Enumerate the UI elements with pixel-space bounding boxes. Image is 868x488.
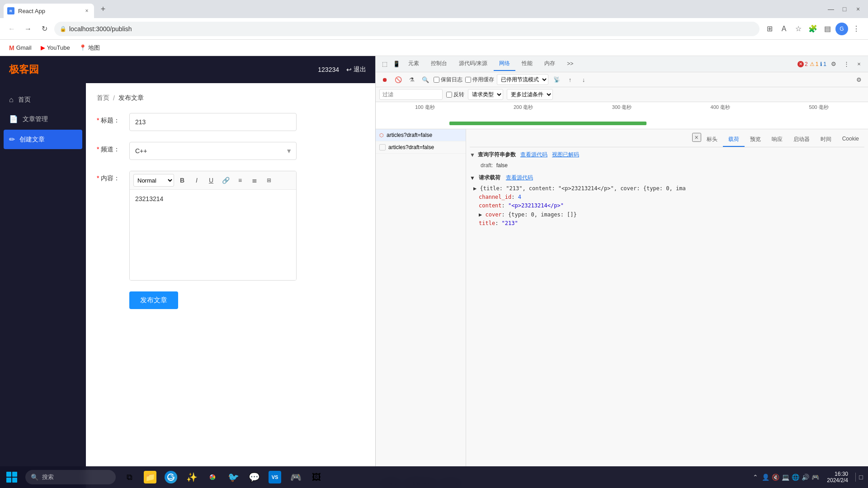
start-button[interactable] [0,466,24,488]
new-tab-button[interactable]: + [96,2,110,16]
maximize-button[interactable]: □ [838,3,851,15]
systray-volume-icon[interactable]: 🔊 [801,473,810,482]
unordered-list-button[interactable]: ≣ [248,174,261,187]
devtools-device-button[interactable]: 📱 [391,59,402,70]
network-item-checkbox-1[interactable] [379,144,386,150]
sidebar-item-home[interactable]: ⌂ 首页 [0,90,86,109]
channel-select[interactable]: C++ JavaScript Python Java Go [129,142,297,160]
publish-button[interactable]: 发布文章 [129,291,178,309]
network-settings-button[interactable]: ⚙ [854,74,864,85]
forward-button[interactable]: → [22,23,34,35]
reload-button[interactable]: ↻ [38,23,51,35]
systray-battery-icon[interactable]: 💻 [781,473,790,482]
back-button[interactable]: ← [5,23,18,35]
underline-button[interactable]: U [205,174,217,187]
minimize-button[interactable]: — [825,3,837,15]
breadcrumb-home[interactable]: 首页 [97,94,109,102]
taskbar-search[interactable]: 🔍 搜索 [25,470,116,484]
taskbar-app-vs[interactable]: VS [265,467,285,487]
taskbar-clock[interactable]: 16:30 2024/2/4 [823,471,852,483]
taskbar-app-photo[interactable]: 🖼 [307,467,326,487]
network-item-1[interactable]: articles?draft=false [376,141,466,154]
translate-button[interactable]: A [778,23,790,35]
address-bar[interactable]: 🔒 localhost:3000/publish [54,22,760,36]
systray-up-arrow[interactable]: ⌃ [751,473,760,482]
detail-tab-headers[interactable]: 标头 [701,133,723,147]
taskbar-app-edge[interactable] [161,467,181,487]
detail-close-button[interactable]: × [692,133,701,142]
bold-button[interactable]: B [176,174,189,187]
devtools-tab-console[interactable]: 控制台 [425,57,453,71]
taskbar-app-lark[interactable]: 🐦 [223,467,243,487]
more-filters-select[interactable]: 更多过滤条件 [507,89,553,100]
payload-cover-toggle[interactable]: ▶ [479,211,482,218]
detail-tab-timing[interactable]: 时间 [815,133,837,147]
disable-cache-checkbox[interactable]: 停用缓存 [465,76,494,84]
style-select[interactable]: Normal Heading 1 Heading 2 [133,174,174,187]
devtools-tab-memory[interactable]: 内存 [539,57,561,71]
systray-user-icon[interactable]: 👤 [761,473,770,482]
offline-button[interactable]: 📡 [551,74,562,85]
systray-game-icon[interactable]: 🎮 [811,473,820,482]
payload-toggle[interactable]: ▼ [470,175,475,181]
systray-mute-icon[interactable]: 🔇 [771,473,780,482]
logout-button[interactable]: ↩ 退出 [346,66,366,74]
devtools-tab-network[interactable]: 网络 [494,57,515,71]
download-button[interactable]: ↓ [578,74,589,85]
clear-button[interactable]: 🚫 [393,74,404,85]
devtools-tab-elements[interactable]: 元素 [403,57,425,71]
sidebar-toggle-button[interactable]: ▤ [821,23,834,35]
taskbar-app-chrome[interactable] [203,467,222,487]
devtools-tab-performance[interactable]: 性能 [516,57,538,71]
ordered-list-button[interactable]: ≡ [234,174,246,187]
upload-button[interactable]: ↑ [565,74,576,85]
network-item-0[interactable]: ⬡ articles?draft=false [376,129,466,141]
devtools-tab-more[interactable]: >> [561,58,579,70]
show-desktop-button[interactable]: □ [855,473,864,482]
payload-root-toggle[interactable]: ▶ [473,185,476,192]
tab-close-button[interactable]: × [83,7,90,14]
devtools-tab-source[interactable]: 源代码/来源 [453,57,493,71]
close-window-button[interactable]: × [852,3,864,15]
payload-view-source-link[interactable]: 查看源代码 [506,174,533,182]
devtools-more-button[interactable]: ⋮ [841,59,852,70]
extensions-button[interactable]: ⊞ [763,23,776,35]
filter-input[interactable] [379,89,443,100]
format-button[interactable]: ⊞ [263,174,275,187]
bookmark-youtube[interactable]: ▶ YouTube [37,42,74,53]
devtools-close-button[interactable]: × [854,59,864,70]
detail-tab-initiator[interactable]: 启动器 [788,133,815,147]
bookmark-gmail[interactable]: M Gmail [5,42,35,53]
more-options-button[interactable]: ⋮ [850,23,863,35]
devtools-inspect-button[interactable]: ⬚ [379,59,390,70]
search-button[interactable]: 🔍 [420,74,431,85]
puzzle-button[interactable]: 🧩 [807,23,819,35]
editor-content[interactable]: 23213214 [130,190,296,280]
devtools-settings-button[interactable]: ⚙ [828,59,839,70]
sidebar-item-create[interactable]: ✏ 创建文章 [4,130,82,149]
systray-network-icon[interactable]: 🌐 [791,473,800,482]
sidebar-item-articles[interactable]: 📄 文章管理 [0,109,86,129]
view-decoded-link[interactable]: 视图已解码 [552,151,579,159]
detail-tab-response[interactable]: 响应 [766,133,788,147]
request-type-select[interactable]: 请求类型 [468,89,503,100]
throttle-select[interactable]: 已停用节流模式 Fast 3G Slow 3G [497,74,548,85]
taskbar-app-copilot[interactable]: ✨ [182,467,202,487]
active-tab[interactable]: R React App × [4,4,94,18]
italic-button[interactable]: I [190,174,203,187]
taskbar-app-taskview[interactable]: ⧉ [119,467,139,487]
taskbar-app-explorer[interactable]: 📁 [140,467,160,487]
invert-checkbox[interactable]: 反转 [446,91,464,99]
query-params-header[interactable]: ▼ 查询字符串参数 查看源代码 视图已解码 [470,151,864,159]
view-source-link[interactable]: 查看源代码 [520,151,547,159]
detail-tab-preview[interactable]: 预览 [745,133,766,147]
bookmark-button[interactable]: ☆ [792,23,805,35]
profile-button[interactable]: G [835,23,848,35]
preserve-log-checkbox[interactable]: 保留日志 [434,76,462,84]
detail-tab-payload[interactable]: 载荷 [723,133,745,147]
link-button[interactable]: 🔗 [219,174,232,187]
filter-toggle-button[interactable]: ⚗ [406,74,417,85]
record-button[interactable]: ⏺ [379,74,390,85]
detail-tab-cookies[interactable]: Cookie [837,133,864,147]
taskbar-app-game[interactable]: 🎮 [286,467,306,487]
